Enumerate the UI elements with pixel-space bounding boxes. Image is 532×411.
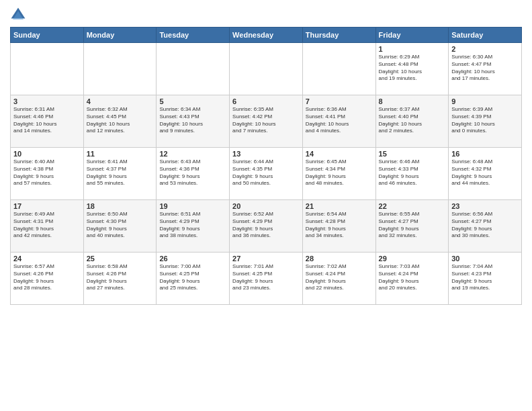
- calendar-cell: [302, 43, 375, 95]
- header: [10, 7, 522, 23]
- calendar-cell: 5Sunrise: 6:34 AM Sunset: 4:43 PM Daylig…: [157, 95, 230, 148]
- day-info: Sunrise: 6:50 AM Sunset: 4:30 PM Dayligh…: [87, 211, 154, 240]
- day-info: Sunrise: 6:31 AM Sunset: 4:46 PM Dayligh…: [13, 106, 81, 135]
- day-info: Sunrise: 6:29 AM Sunset: 4:48 PM Dayligh…: [379, 54, 446, 83]
- header-day-monday: Monday: [83, 28, 157, 43]
- calendar-cell: 10Sunrise: 6:40 AM Sunset: 4:38 PM Dayli…: [11, 148, 84, 200]
- calendar-table: SundayMondayTuesdayWednesdayThursdayFrid…: [10, 27, 522, 305]
- calendar-cell: 30Sunrise: 7:04 AM Sunset: 4:23 PM Dayli…: [449, 253, 522, 305]
- day-number: 3: [13, 97, 81, 105]
- week-row-2: 10Sunrise: 6:40 AM Sunset: 4:38 PM Dayli…: [11, 148, 522, 200]
- week-row-4: 24Sunrise: 6:57 AM Sunset: 4:26 PM Dayli…: [11, 253, 522, 305]
- day-number: 13: [232, 150, 300, 158]
- calendar-cell: 20Sunrise: 6:52 AM Sunset: 4:29 PM Dayli…: [230, 200, 303, 253]
- day-number: 7: [306, 97, 373, 105]
- day-number: 12: [159, 150, 226, 158]
- calendar-cell: 9Sunrise: 6:39 AM Sunset: 4:39 PM Daylig…: [449, 95, 522, 148]
- header-day-thursday: Thursday: [302, 28, 375, 43]
- day-number: 14: [306, 150, 373, 158]
- day-info: Sunrise: 6:46 AM Sunset: 4:33 PM Dayligh…: [379, 158, 446, 187]
- header-day-friday: Friday: [375, 28, 449, 43]
- day-number: 29: [379, 255, 446, 263]
- day-info: Sunrise: 7:02 AM Sunset: 4:24 PM Dayligh…: [306, 263, 373, 292]
- day-info: Sunrise: 6:35 AM Sunset: 4:42 PM Dayligh…: [232, 106, 300, 135]
- calendar-cell: 12Sunrise: 6:43 AM Sunset: 4:36 PM Dayli…: [157, 148, 230, 200]
- calendar-cell: 18Sunrise: 6:50 AM Sunset: 4:30 PM Dayli…: [83, 200, 157, 253]
- day-info: Sunrise: 6:49 AM Sunset: 4:31 PM Dayligh…: [13, 211, 81, 240]
- day-number: 16: [451, 150, 519, 158]
- day-info: Sunrise: 6:57 AM Sunset: 4:26 PM Dayligh…: [13, 263, 81, 292]
- calendar-cell: 2Sunrise: 6:30 AM Sunset: 4:47 PM Daylig…: [449, 43, 522, 95]
- day-info: Sunrise: 6:55 AM Sunset: 4:27 PM Dayligh…: [379, 211, 446, 240]
- logo: [10, 7, 29, 23]
- day-info: Sunrise: 6:43 AM Sunset: 4:36 PM Dayligh…: [159, 158, 226, 187]
- week-row-1: 3Sunrise: 6:31 AM Sunset: 4:46 PM Daylig…: [11, 95, 522, 148]
- day-number: 17: [13, 202, 81, 210]
- calendar-cell: 25Sunrise: 6:58 AM Sunset: 4:26 PM Dayli…: [83, 253, 157, 305]
- day-number: 6: [232, 97, 300, 105]
- day-info: Sunrise: 6:58 AM Sunset: 4:26 PM Dayligh…: [87, 263, 154, 292]
- day-number: 27: [232, 255, 300, 263]
- day-info: Sunrise: 6:39 AM Sunset: 4:39 PM Dayligh…: [451, 106, 519, 135]
- calendar-cell: 21Sunrise: 6:54 AM Sunset: 4:28 PM Dayli…: [302, 200, 375, 253]
- day-number: 10: [13, 150, 81, 158]
- calendar-cell: 24Sunrise: 6:57 AM Sunset: 4:26 PM Dayli…: [11, 253, 84, 305]
- day-number: 25: [87, 255, 154, 263]
- calendar-cell: 14Sunrise: 6:45 AM Sunset: 4:34 PM Dayli…: [302, 148, 375, 200]
- day-number: 21: [306, 202, 373, 210]
- day-number: 5: [159, 97, 226, 105]
- day-info: Sunrise: 6:56 AM Sunset: 4:27 PM Dayligh…: [451, 211, 519, 240]
- day-info: Sunrise: 6:41 AM Sunset: 4:37 PM Dayligh…: [87, 158, 154, 187]
- day-info: Sunrise: 6:51 AM Sunset: 4:29 PM Dayligh…: [159, 211, 226, 240]
- day-info: Sunrise: 6:30 AM Sunset: 4:47 PM Dayligh…: [451, 54, 519, 83]
- day-info: Sunrise: 6:37 AM Sunset: 4:40 PM Dayligh…: [379, 106, 446, 135]
- day-info: Sunrise: 7:00 AM Sunset: 4:25 PM Dayligh…: [159, 263, 226, 292]
- day-info: Sunrise: 6:45 AM Sunset: 4:34 PM Dayligh…: [306, 158, 373, 187]
- day-number: 1: [379, 45, 446, 53]
- header-day-wednesday: Wednesday: [230, 28, 303, 43]
- day-info: Sunrise: 7:03 AM Sunset: 4:24 PM Dayligh…: [379, 263, 446, 292]
- calendar-cell: [157, 43, 230, 95]
- calendar-cell: 29Sunrise: 7:03 AM Sunset: 4:24 PM Dayli…: [375, 253, 449, 305]
- day-info: Sunrise: 6:40 AM Sunset: 4:38 PM Dayligh…: [13, 158, 81, 187]
- calendar-cell: 6Sunrise: 6:35 AM Sunset: 4:42 PM Daylig…: [230, 95, 303, 148]
- logo-icon: [10, 7, 26, 23]
- page: SundayMondayTuesdayWednesdayThursdayFrid…: [0, 0, 532, 411]
- day-number: 4: [87, 97, 154, 105]
- day-number: 18: [87, 202, 154, 210]
- calendar-cell: 11Sunrise: 6:41 AM Sunset: 4:37 PM Dayli…: [83, 148, 157, 200]
- calendar-body: 1Sunrise: 6:29 AM Sunset: 4:48 PM Daylig…: [11, 43, 522, 305]
- day-info: Sunrise: 6:44 AM Sunset: 4:35 PM Dayligh…: [232, 158, 300, 187]
- calendar-cell: 1Sunrise: 6:29 AM Sunset: 4:48 PM Daylig…: [375, 43, 449, 95]
- day-number: 15: [379, 150, 446, 158]
- calendar-header: SundayMondayTuesdayWednesdayThursdayFrid…: [11, 28, 522, 43]
- day-number: 9: [451, 97, 519, 105]
- day-number: 24: [13, 255, 81, 263]
- day-info: Sunrise: 6:48 AM Sunset: 4:32 PM Dayligh…: [451, 158, 519, 187]
- day-info: Sunrise: 6:34 AM Sunset: 4:43 PM Dayligh…: [159, 106, 226, 135]
- day-number: 23: [451, 202, 519, 210]
- calendar-cell: 26Sunrise: 7:00 AM Sunset: 4:25 PM Dayli…: [157, 253, 230, 305]
- day-number: 20: [232, 202, 300, 210]
- calendar-cell: 19Sunrise: 6:51 AM Sunset: 4:29 PM Dayli…: [157, 200, 230, 253]
- day-info: Sunrise: 6:54 AM Sunset: 4:28 PM Dayligh…: [306, 211, 373, 240]
- day-number: 8: [379, 97, 446, 105]
- day-number: 26: [159, 255, 226, 263]
- calendar-cell: 15Sunrise: 6:46 AM Sunset: 4:33 PM Dayli…: [375, 148, 449, 200]
- day-number: 22: [379, 202, 446, 210]
- day-number: 30: [451, 255, 519, 263]
- calendar-cell: 28Sunrise: 7:02 AM Sunset: 4:24 PM Dayli…: [302, 253, 375, 305]
- calendar-cell: [230, 43, 303, 95]
- day-number: 11: [87, 150, 154, 158]
- calendar-cell: 8Sunrise: 6:37 AM Sunset: 4:40 PM Daylig…: [375, 95, 449, 148]
- calendar-cell: 3Sunrise: 6:31 AM Sunset: 4:46 PM Daylig…: [11, 95, 84, 148]
- day-number: 28: [306, 255, 373, 263]
- calendar-cell: 13Sunrise: 6:44 AM Sunset: 4:35 PM Dayli…: [230, 148, 303, 200]
- day-info: Sunrise: 6:52 AM Sunset: 4:29 PM Dayligh…: [232, 211, 300, 240]
- calendar-cell: 7Sunrise: 6:36 AM Sunset: 4:41 PM Daylig…: [302, 95, 375, 148]
- calendar-cell: 4Sunrise: 6:32 AM Sunset: 4:45 PM Daylig…: [83, 95, 157, 148]
- calendar-cell: 23Sunrise: 6:56 AM Sunset: 4:27 PM Dayli…: [449, 200, 522, 253]
- calendar-cell: 17Sunrise: 6:49 AM Sunset: 4:31 PM Dayli…: [11, 200, 84, 253]
- header-row: SundayMondayTuesdayWednesdayThursdayFrid…: [11, 28, 522, 43]
- week-row-0: 1Sunrise: 6:29 AM Sunset: 4:48 PM Daylig…: [11, 43, 522, 95]
